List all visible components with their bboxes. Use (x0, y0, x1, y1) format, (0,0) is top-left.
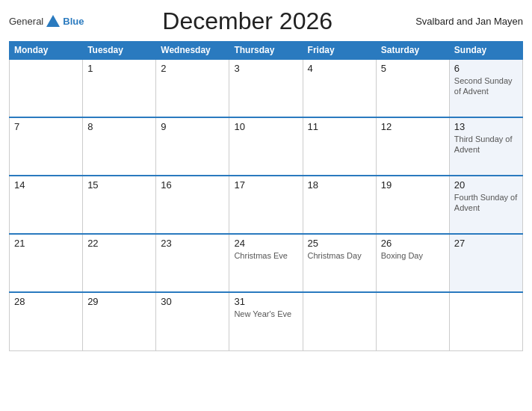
day-cell: 1 (83, 59, 156, 117)
day-cell: 22 (83, 234, 156, 292)
week-row-4: 21222324Christmas Eve25Christmas Day26Bo… (10, 234, 523, 292)
day-cell: 19 (376, 176, 449, 234)
day-number: 28 (14, 296, 78, 307)
col-sunday: Sunday (449, 42, 522, 60)
day-cell: 29 (83, 292, 156, 350)
day-cell: 10 (229, 117, 303, 176)
day-number: 20 (454, 179, 518, 191)
day-number: 27 (454, 238, 518, 249)
header-row: Monday Tuesday Wednesday Thursday Friday… (10, 42, 523, 60)
day-number: 2 (161, 63, 224, 74)
day-cell: 12 (376, 117, 449, 176)
day-cell: 8 (83, 117, 156, 176)
svg-marker-0 (46, 15, 60, 27)
logo-general-text: General (9, 16, 43, 27)
col-friday: Friday (303, 42, 376, 60)
day-number: 18 (308, 179, 371, 191)
day-cell: 6Second Sunday of Advent (449, 59, 522, 117)
calendar-region: Svalbard and Jan Mayen (411, 16, 523, 27)
day-cell: 26Boxing Day (376, 234, 449, 292)
day-cell: 4 (303, 59, 376, 117)
day-cell: 18 (303, 176, 376, 234)
day-number: 14 (14, 179, 78, 191)
day-cell: 31New Year's Eve (229, 292, 303, 350)
day-number: 31 (234, 296, 297, 307)
day-number: 24 (234, 238, 297, 249)
day-cell: 15 (83, 176, 156, 234)
calendar-container: General Blue December 2026 Svalbard and … (0, 0, 532, 411)
day-cell: 13Third Sunday of Advent (449, 117, 522, 176)
week-row-1: 123456Second Sunday of Advent (10, 59, 523, 117)
week-row-2: 78910111213Third Sunday of Advent (10, 117, 523, 176)
day-number: 22 (87, 238, 151, 249)
day-number: 11 (308, 121, 371, 132)
day-number: 5 (381, 63, 445, 74)
day-event: Christmas Day (308, 250, 371, 261)
day-cell: 27 (449, 234, 522, 292)
day-cell: 3 (229, 59, 303, 117)
day-cell: 11 (303, 117, 376, 176)
logo-blue-text: Blue (63, 16, 84, 27)
day-number: 26 (381, 238, 445, 249)
calendar-header: General Blue December 2026 Svalbard and … (9, 7, 523, 35)
day-cell: 23 (156, 234, 229, 292)
day-number: 21 (14, 238, 78, 249)
day-cell (303, 292, 376, 350)
logo: General Blue (9, 13, 84, 30)
day-number: 13 (454, 121, 518, 132)
day-cell (376, 292, 449, 350)
day-event: Boxing Day (381, 250, 445, 261)
day-event: Christmas Eve (234, 250, 297, 261)
day-cell: 7 (10, 117, 83, 176)
day-cell: 9 (156, 117, 229, 176)
day-cell: 28 (10, 292, 83, 350)
day-cell: 16 (156, 176, 229, 234)
day-cell: 30 (156, 292, 229, 350)
day-number: 12 (381, 121, 445, 132)
calendar-grid: Monday Tuesday Wednesday Thursday Friday… (9, 41, 523, 351)
day-cell: 25Christmas Day (303, 234, 376, 292)
calendar-title: December 2026 (84, 7, 411, 35)
day-number: 1 (87, 63, 151, 74)
day-cell: 17 (229, 176, 303, 234)
day-number: 15 (87, 179, 151, 191)
day-event: Fourth Sunday of Advent (454, 192, 518, 214)
day-event: Second Sunday of Advent (454, 75, 518, 97)
day-number: 17 (234, 179, 297, 191)
day-number: 9 (161, 121, 224, 132)
day-number: 16 (161, 179, 224, 191)
col-wednesday: Wednesday (156, 42, 229, 60)
day-number: 8 (87, 121, 151, 132)
day-cell: 2 (156, 59, 229, 117)
day-number: 30 (161, 296, 224, 307)
col-saturday: Saturday (376, 42, 449, 60)
day-number: 25 (308, 238, 371, 249)
day-event: Third Sunday of Advent (454, 134, 518, 155)
day-event: New Year's Eve (234, 309, 297, 319)
day-number: 23 (161, 238, 224, 249)
day-cell: 24Christmas Eve (229, 234, 303, 292)
day-cell (449, 292, 522, 350)
day-cell: 14 (10, 176, 83, 234)
day-cell: 20Fourth Sunday of Advent (449, 176, 522, 234)
logo-icon (45, 13, 61, 30)
day-cell: 5 (376, 59, 449, 117)
week-row-5: 28293031New Year's Eve (10, 292, 523, 350)
day-number: 19 (381, 179, 445, 191)
day-number: 10 (234, 121, 297, 132)
day-number: 3 (234, 63, 297, 74)
day-number: 4 (308, 63, 371, 74)
col-tuesday: Tuesday (83, 42, 156, 60)
col-thursday: Thursday (229, 42, 303, 60)
day-number: 7 (14, 121, 78, 132)
day-cell (10, 59, 83, 117)
day-cell: 21 (10, 234, 83, 292)
day-number: 6 (454, 63, 518, 74)
day-number: 29 (87, 296, 151, 307)
col-monday: Monday (10, 42, 83, 60)
week-row-3: 14151617181920Fourth Sunday of Advent (10, 176, 523, 234)
